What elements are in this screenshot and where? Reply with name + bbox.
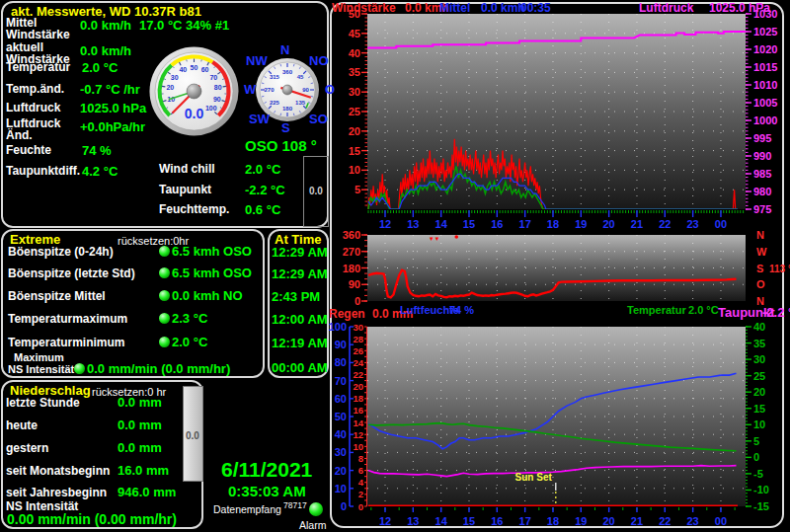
value-indoor-extra: 17.0 °C 34% #1	[139, 18, 229, 33]
hour-label: 17	[519, 218, 531, 230]
chart1-mean-value: 0.0 kmh	[481, 1, 525, 15]
temp-axis-label: 25	[753, 370, 765, 382]
hour-label: 16	[491, 218, 503, 230]
rain-row-value: 946.0 mm	[118, 485, 176, 499]
wind-axis-label: 45	[349, 28, 360, 39]
humidity-axis-label: 80	[335, 356, 347, 368]
rain-axis-label: 30	[353, 322, 363, 333]
hour-label: 14	[435, 218, 448, 230]
value-temp-change: -0.7 °C /hr	[80, 82, 140, 97]
extreme-row-time: 12:29 AM	[272, 245, 328, 260]
value-current-wind: 0.0 km/h	[80, 43, 131, 58]
current-values-panel: akt. Messwerte, WD 10.37R b81 Mittel Win…	[1, 1, 329, 228]
hour-label: 00	[715, 515, 727, 527]
rain-row-value: 0.0 mm	[118, 440, 162, 455]
chart1-mean-label: Mittel	[439, 1, 470, 15]
rain-axis-label: 10	[353, 441, 363, 452]
label-mittel-2: Windstärke	[6, 28, 70, 41]
hour-label: 18	[547, 515, 559, 527]
rain-row-value: 0.0 mm	[118, 395, 162, 410]
direction-axis-label: 90	[349, 278, 360, 290]
gauge-number: 45	[297, 74, 304, 80]
direction-axis-label: 0	[355, 295, 360, 307]
rain-intensity-value: 0.00 mm/min (0.00 mm/hr)	[7, 511, 177, 527]
humidity-axis-label: 50	[335, 411, 347, 422]
label-wetbulb: Feuchttemp.	[159, 202, 229, 216]
humidity-axis-label: 30	[335, 446, 347, 458]
gauge-hub	[282, 85, 292, 95]
temp-axis-label: -15	[753, 500, 769, 512]
compass-label-s: S	[281, 120, 290, 135]
wind-axis-label: 35	[349, 66, 360, 78]
rain-axis-label: 26	[353, 345, 363, 356]
humidity-axis-label: 70	[335, 375, 347, 387]
compass-axis-label: S	[756, 263, 763, 274]
compass-label-sw: SW	[249, 112, 270, 126]
rain-axis-label: 0	[358, 501, 363, 512]
direction-axis-label: 360	[343, 229, 360, 241]
gauge-number: 30	[171, 74, 179, 81]
compass-label-so: SO	[309, 112, 328, 126]
gauge-number: 70	[209, 74, 217, 81]
green-led-icon	[159, 267, 170, 278]
hour-label: 13	[407, 218, 419, 230]
extreme-row-label: Böenspitze Mittel	[8, 289, 106, 303]
extreme-row-value: 2.0 °C	[172, 335, 207, 349]
extreme-row-value: 6.5 kmh OSO	[172, 266, 252, 280]
rain-axis-label: 14	[353, 418, 363, 428]
compass-axis-label: O	[756, 278, 765, 290]
wind-axis-label: 20	[349, 125, 360, 137]
hour-label: 12	[379, 515, 391, 527]
hour-label: 22	[659, 218, 671, 230]
value-humidity: 74 %	[82, 143, 112, 158]
extreme-maxns-label-1: Maximum	[14, 351, 64, 363]
gauge-number: 90	[302, 87, 309, 93]
compass-label-no: NO	[309, 53, 329, 68]
value-dewpoint-diff: 4.2 °C	[82, 164, 118, 179]
hour-label: 23	[687, 218, 699, 230]
temp-axis-label: 35	[753, 338, 765, 349]
extreme-row-time: 12:29 AM	[272, 266, 328, 281]
extreme-row-value: 6.5 kmh OSO	[172, 244, 252, 259]
value-dewpoint: -2.2 °C	[245, 183, 285, 197]
rain-row-label: seit Jahresbeginn	[6, 486, 107, 499]
gauge-number: 40	[179, 66, 187, 73]
wind-speed-gauge: 1020304050607080901000.0	[148, 45, 240, 137]
compass-label-n: N	[280, 42, 289, 57]
chart3-temp-value: 2.0 °C	[688, 304, 719, 316]
wind-axis-label: 10	[349, 164, 360, 176]
chart3-temp-label: Temperatur	[627, 304, 686, 316]
pressure-axis-label: 1020	[753, 43, 777, 55]
green-led-icon	[159, 313, 170, 324]
hour-label: 21	[631, 218, 643, 230]
current-direction-label: 113 °	[769, 264, 790, 274]
rain-axis-label: 20	[353, 381, 363, 392]
chart1-wind-label: Windstärke	[332, 1, 396, 15]
data-reception-label: Datenempfang	[213, 503, 281, 515]
rain-axis-label: 8	[358, 453, 363, 464]
green-led-icon	[159, 290, 170, 301]
chart1-pressure-label: Luftdruck	[639, 1, 693, 15]
direction-axis-label: 270	[343, 246, 360, 258]
rain-rate-bar-value: 0.0	[186, 430, 199, 441]
extreme-row-time: 00:00 AM	[272, 360, 328, 375]
extremes-panel: Extreme rücksetzen:0hr Böenspitze (0-24h…	[1, 229, 265, 378]
hour-label: 20	[603, 515, 615, 527]
chart1-time: 00:35	[520, 1, 551, 15]
data-reception-count: 78717	[283, 500, 307, 510]
value-wind-direction-text: OSO 108 °	[245, 137, 317, 154]
wind-axis-label: 40	[349, 47, 360, 59]
panel-title-messwerte: akt. Messwerte, WD 10.37R b81	[11, 4, 201, 19]
temp-axis-label: 40	[753, 321, 765, 333]
gauge-number: 360	[282, 69, 293, 75]
chart3-humidity-value: 74 %	[449, 304, 474, 316]
gauge-hub	[187, 84, 201, 99]
pressure-axis-label: 1015	[753, 61, 777, 73]
humidity-axis-label: 10	[335, 483, 347, 494]
hour-label: 14	[435, 515, 448, 527]
temp-axis-label: 15	[753, 403, 765, 415]
pressure-axis-label: 1025	[753, 26, 777, 38]
extreme-row-value: 0.0 kmh NO	[172, 288, 243, 303]
rain-axis-label: 12	[353, 429, 363, 440]
pressure-axis-label: 975	[753, 203, 771, 215]
